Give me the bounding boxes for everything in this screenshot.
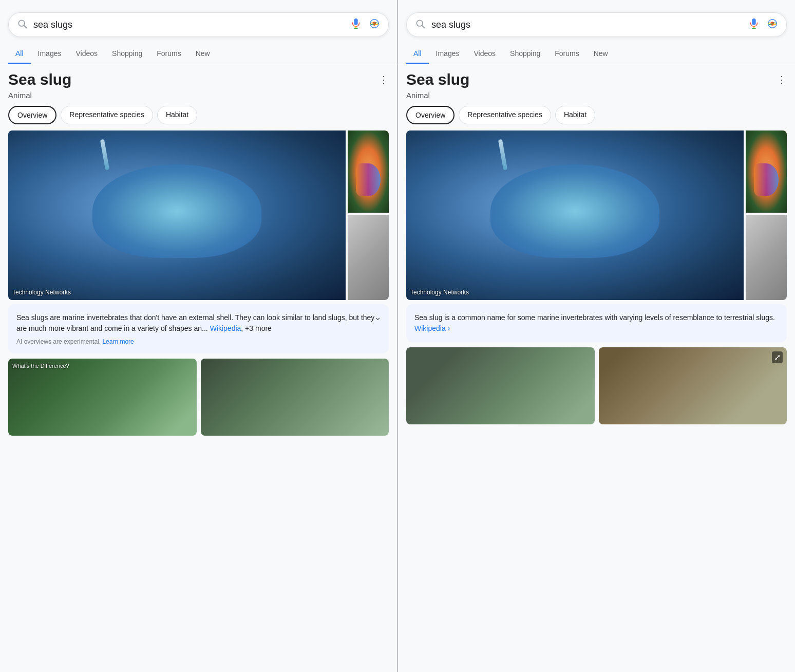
white-slug-image-right bbox=[746, 215, 787, 300]
slug-image-left bbox=[8, 130, 346, 300]
ai-note-left: AI overviews are experimental. Learn mor… bbox=[16, 338, 381, 345]
kp-subtitle-right: Animal bbox=[406, 91, 787, 100]
tab-videos-left[interactable]: Videos bbox=[68, 44, 105, 64]
knowledge-panel-right: ⋮ Sea slug Animal Overview Representativ… bbox=[398, 64, 795, 424]
mic-icon-right[interactable] bbox=[748, 18, 760, 31]
image-gallery-right: Technology Networks bbox=[406, 130, 787, 300]
search-query-right[interactable]: sea slugs bbox=[431, 20, 748, 30]
tabs-right: All Images Videos Shopping Forums New bbox=[398, 44, 795, 64]
search-icon-right bbox=[415, 18, 425, 31]
wikipedia-link-right[interactable]: Wikipedia › bbox=[414, 324, 450, 332]
side-images-left bbox=[348, 130, 389, 300]
tab-all-left[interactable]: All bbox=[8, 44, 31, 64]
right-panel: sea slugs All Images bbox=[398, 0, 795, 672]
kp-title-left: Sea slug bbox=[8, 70, 389, 89]
tab-videos-right[interactable]: Videos bbox=[466, 44, 503, 64]
main-image-right[interactable]: Technology Networks bbox=[406, 130, 744, 300]
bottom-images-left: What's the Difference? bbox=[8, 359, 389, 436]
svg-line-7 bbox=[422, 25, 425, 28]
mic-icon-left[interactable] bbox=[350, 18, 362, 31]
knowledge-panel-left: ⋮ Sea slug Animal Overview Representativ… bbox=[0, 64, 397, 436]
ai-learn-more-left[interactable]: Learn more bbox=[102, 338, 134, 345]
chip-overview-right[interactable]: Overview bbox=[406, 106, 455, 124]
side-images-right bbox=[746, 130, 787, 300]
tab-images-right[interactable]: Images bbox=[429, 44, 467, 64]
chip-rep-species-right[interactable]: Representative species bbox=[459, 106, 551, 124]
description-text-right: Sea slug is a common name for some marin… bbox=[414, 312, 779, 334]
chip-habitat-right[interactable]: Habitat bbox=[555, 106, 595, 124]
bottom-images-right: ⤢ bbox=[406, 347, 787, 424]
bottom-image-2-right[interactable]: ⤢ bbox=[599, 347, 787, 424]
description-box-left: ⌄ Sea slugs are marine invertebrates tha… bbox=[8, 304, 389, 353]
image-caption-left: Technology Networks bbox=[12, 289, 71, 296]
tab-forums-right[interactable]: Forums bbox=[547, 44, 586, 64]
tab-images-left[interactable]: Images bbox=[31, 44, 69, 64]
kp-title-right: Sea slug bbox=[406, 70, 787, 89]
svg-line-1 bbox=[24, 25, 27, 28]
image-caption-right: Technology Networks bbox=[410, 289, 469, 296]
side-image-top-right[interactable] bbox=[746, 130, 787, 213]
tab-shopping-right[interactable]: Shopping bbox=[503, 44, 547, 64]
side-image-top-left[interactable] bbox=[348, 130, 389, 213]
bottom-image-1-left[interactable]: What's the Difference? bbox=[8, 359, 197, 436]
description-box-right: Sea slug is a common name for some marin… bbox=[406, 304, 787, 342]
bottom-image-2-left[interactable] bbox=[201, 359, 389, 436]
description-text-left: Sea slugs are marine invertebrates that … bbox=[16, 312, 381, 334]
lens-icon-left[interactable] bbox=[369, 18, 380, 31]
side-image-bottom-right[interactable] bbox=[746, 215, 787, 300]
tab-all-right[interactable]: All bbox=[406, 44, 429, 64]
image-gallery-left: Technology Networks bbox=[8, 130, 389, 300]
tab-shopping-left[interactable]: Shopping bbox=[105, 44, 149, 64]
tab-forums-left[interactable]: Forums bbox=[149, 44, 188, 64]
main-image-left[interactable]: Technology Networks bbox=[8, 130, 346, 300]
search-bar-left[interactable]: sea slugs bbox=[8, 12, 389, 37]
side-image-bottom-left[interactable] bbox=[348, 215, 389, 300]
tab-new-left[interactable]: New bbox=[188, 44, 217, 64]
filter-chips-left: Overview Representative species Habitat bbox=[8, 106, 389, 124]
kp-subtitle-left: Animal bbox=[8, 91, 389, 100]
more-options-left[interactable]: ⋮ bbox=[378, 73, 389, 86]
filter-chips-right: Overview Representative species Habitat bbox=[406, 106, 787, 124]
more-options-right[interactable]: ⋮ bbox=[777, 73, 787, 86]
chip-rep-species-left[interactable]: Representative species bbox=[61, 106, 153, 124]
colorful-slug-image-right bbox=[746, 130, 787, 213]
colorful-slug-image bbox=[348, 130, 389, 213]
white-slug-image bbox=[348, 215, 389, 300]
lens-icon-right[interactable] bbox=[767, 18, 778, 31]
expand-icon-right[interactable]: ⤢ bbox=[772, 351, 783, 363]
search-bar-right[interactable]: sea slugs bbox=[406, 12, 787, 37]
wikipedia-link-left[interactable]: Wikipedia bbox=[210, 324, 241, 332]
tab-new-right[interactable]: New bbox=[586, 44, 615, 64]
slug-image-right bbox=[406, 130, 744, 300]
chip-habitat-left[interactable]: Habitat bbox=[157, 106, 197, 124]
search-query-left[interactable]: sea slugs bbox=[33, 20, 350, 30]
search-icon-left bbox=[17, 18, 27, 31]
tabs-left: All Images Videos Shopping Forums New bbox=[0, 44, 397, 64]
bottom-image-1-right[interactable] bbox=[406, 347, 595, 424]
chip-overview-left[interactable]: Overview bbox=[8, 106, 56, 124]
whats-diff-label: What's the Difference? bbox=[12, 363, 69, 369]
expand-button-left[interactable]: ⌄ bbox=[374, 311, 382, 323]
left-panel: sea slugs All Images bbox=[0, 0, 397, 672]
